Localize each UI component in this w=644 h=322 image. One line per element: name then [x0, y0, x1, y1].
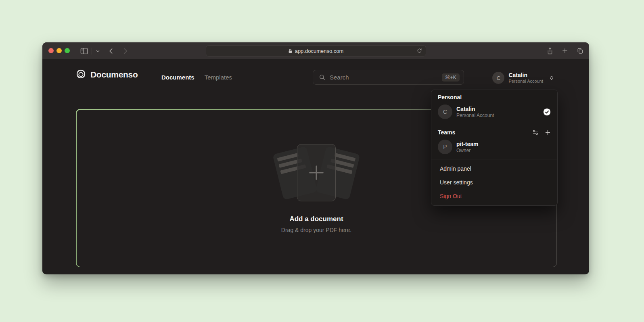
- personal-subtitle: Personal Account: [456, 113, 494, 119]
- team-name: pit-team: [456, 140, 478, 148]
- team-avatar: P: [438, 140, 452, 154]
- menu-item-admin-panel[interactable]: Admin panel: [431, 162, 557, 176]
- team-role: Owner: [456, 148, 478, 154]
- search-icon: [319, 74, 326, 81]
- address-bar[interactable]: app.documenso.com: [206, 45, 426, 56]
- brand-name: Documenso: [90, 70, 138, 79]
- tab-overview-icon[interactable]: [577, 48, 583, 54]
- account-menu-button[interactable]: C Catalin Personal Account: [492, 70, 554, 86]
- sidebar-toggle-icon[interactable]: [80, 48, 88, 54]
- search-shortcut-badge: ⌘+K: [442, 73, 460, 82]
- plus-icon: [307, 163, 326, 182]
- url-text: app.documenso.com: [295, 48, 344, 54]
- web-content: Documenso Documents Templates Search ⌘+K…: [42, 59, 589, 274]
- toolbar-left-group: [80, 42, 129, 59]
- lock-icon: [288, 48, 293, 54]
- nav-item-templates[interactable]: Templates: [205, 74, 232, 81]
- back-button-icon[interactable]: [108, 48, 115, 54]
- teams-heading: Teams: [438, 129, 455, 136]
- sidebar-chevron-down-icon[interactable]: [96, 49, 100, 53]
- teams-section: Teams: [431, 129, 557, 159]
- reload-icon[interactable]: [417, 48, 422, 54]
- team-item-pit-team[interactable]: P pit-team Owner: [438, 140, 551, 154]
- documenso-logo-link[interactable]: Documenso: [75, 69, 138, 80]
- menu-divider: [431, 159, 557, 159]
- account-dropdown-menu: Personal C Catalin Personal Account: [431, 90, 558, 206]
- personal-section: Personal C Catalin Personal Account: [431, 94, 557, 124]
- nav-item-documents[interactable]: Documents: [161, 74, 194, 81]
- search-placeholder: Search: [330, 74, 349, 81]
- chevrons-up-down-icon: [549, 75, 554, 81]
- menu-item-user-settings[interactable]: User settings: [431, 176, 557, 189]
- minimize-window-button[interactable]: [56, 48, 62, 53]
- manage-teams-sliders-icon[interactable]: [532, 129, 539, 136]
- account-avatar: C: [492, 72, 504, 84]
- document-card-center: [297, 144, 336, 201]
- share-icon[interactable]: [547, 47, 553, 55]
- zoom-window-button[interactable]: [65, 48, 70, 53]
- menu-divider: [431, 124, 557, 124]
- personal-heading: Personal: [438, 94, 551, 100]
- dropzone-subtitle: Drag & drop your PDF here.: [281, 227, 351, 233]
- personal-account-item[interactable]: C Catalin Personal Account: [438, 105, 551, 119]
- main-nav: Documents Templates: [161, 69, 232, 85]
- account-subtitle: Personal Account: [508, 79, 543, 84]
- personal-name: Catalin: [456, 105, 494, 113]
- toolbar-right-group: [547, 42, 583, 59]
- personal-avatar: C: [438, 105, 452, 119]
- documenso-seal-icon: [75, 69, 86, 80]
- new-tab-plus-icon[interactable]: [562, 48, 568, 54]
- selected-check-icon: [543, 108, 551, 116]
- window-controls: [48, 48, 70, 53]
- dropzone-title: Add a document: [289, 215, 343, 223]
- create-team-plus-icon[interactable]: [545, 130, 551, 136]
- account-name: Catalin: [508, 72, 543, 79]
- search-input[interactable]: Search ⌘+K: [313, 70, 464, 85]
- browser-toolbar[interactable]: app.documenso.com: [42, 42, 589, 59]
- forward-button-icon[interactable]: [122, 48, 129, 54]
- close-window-button[interactable]: [48, 48, 54, 53]
- toolbar-divider: [92, 48, 92, 54]
- document-stack-illustration: [272, 143, 361, 204]
- menu-item-sign-out[interactable]: Sign Out: [431, 189, 557, 203]
- browser-window: app.documenso.com: [42, 42, 589, 274]
